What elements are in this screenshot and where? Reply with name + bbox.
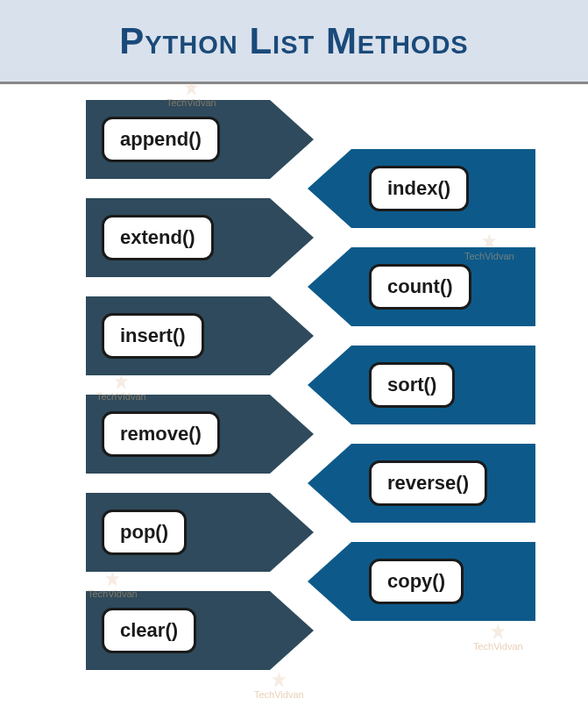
method-arrow-insert: insert() [86,296,314,375]
method-label: insert() [102,313,204,359]
method-label: clear() [102,608,196,653]
method-label: extend() [102,215,214,260]
method-arrow-append: append() [86,100,314,179]
method-label: reverse() [369,460,487,506]
header-bar: Python List Methods [0,0,588,84]
method-label: sort() [369,362,455,408]
method-label: index() [369,166,469,211]
method-label: pop() [102,510,187,555]
method-label: count() [369,264,471,310]
method-arrow-reverse: reverse() [308,444,535,523]
method-arrow-remove: remove() [86,395,314,474]
method-label: copy() [369,559,464,604]
watermark: TechVidvan [254,672,304,700]
method-arrow-count: count() [308,247,535,326]
method-arrow-clear: clear() [86,591,314,670]
watermark: TechVidvan [473,624,523,652]
method-label: remove() [102,411,220,457]
method-arrow-index: index() [308,149,535,228]
page-title: Python List Methods [119,20,468,62]
method-arrow-pop: pop() [86,493,314,572]
method-arrow-copy: copy() [308,542,535,621]
diagram-area: append() extend() insert() remove() pop(… [0,84,588,727]
method-arrow-extend: extend() [86,198,314,277]
method-arrow-sort: sort() [308,346,535,424]
method-label: append() [102,117,220,162]
